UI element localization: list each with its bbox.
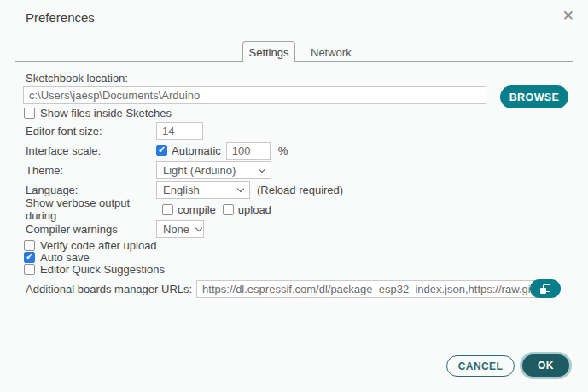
compiler-warnings-row: Compiler warnings None: [26, 219, 571, 238]
autosave-checkbox[interactable]: [24, 252, 35, 263]
browse-button[interactable]: BROWSE: [500, 85, 568, 108]
sketchbook-label: Sketchbook location:: [26, 72, 128, 85]
autosave-row: Auto save: [24, 251, 90, 263]
sketchbook-label-row: Sketchbook location:: [26, 68, 571, 87]
interface-scale-input[interactable]: [226, 142, 271, 160]
chevron-down-icon: [237, 184, 244, 191]
theme-select[interactable]: Light (Arduino): [156, 161, 271, 179]
interface-scale-label: Interface scale:: [26, 144, 156, 157]
show-files-label: Show files inside Sketches: [40, 107, 172, 120]
verify-checkbox[interactable]: [24, 240, 35, 251]
chevron-down-icon: [195, 224, 202, 231]
sketchbook-location-input[interactable]: [23, 86, 486, 104]
compiler-warnings-value: None: [163, 223, 189, 236]
verify-row: Verify code after upload: [24, 239, 157, 251]
ok-button-label: OK: [538, 360, 554, 372]
verbose-compile-checkbox[interactable]: [162, 204, 173, 215]
verbose-row: Show verbose output during compile uploa…: [26, 200, 571, 219]
dialog-title: Preferences: [26, 10, 95, 25]
font-size-input[interactable]: [156, 122, 203, 140]
boards-urls-row: Additional boards manager URLs:: [26, 280, 543, 298]
quick-suggestions-row: Editor Quick Suggestions: [24, 263, 165, 275]
overlapping-windows-icon: [540, 284, 550, 294]
close-icon[interactable]: ✕: [562, 8, 574, 25]
cancel-button[interactable]: CANCEL: [446, 355, 515, 377]
tab-network-label: Network: [311, 46, 352, 59]
interface-scale-auto-checkbox[interactable]: [156, 145, 167, 156]
verbose-label: Show verbose output during: [26, 196, 156, 222]
boards-urls-label: Additional boards manager URLs:: [26, 283, 192, 295]
theme-select-value: Light (Arduino): [163, 164, 236, 177]
boards-urls-edit-button[interactable]: [530, 279, 561, 298]
theme-row: Theme: Light (Arduino): [26, 161, 571, 179]
compiler-warnings-label: Compiler warnings: [26, 223, 156, 236]
boards-urls-input[interactable]: [196, 280, 543, 298]
verbose-compile-label: compile: [178, 203, 216, 216]
interface-scale-row: Interface scale: Automatic %: [26, 141, 571, 160]
tab-settings[interactable]: Settings: [242, 41, 295, 62]
language-select-value: English: [163, 184, 200, 196]
language-select[interactable]: English: [156, 181, 250, 199]
language-note: (Reload required): [257, 184, 343, 196]
font-size-row: Editor font size:: [26, 121, 571, 140]
interface-scale-auto-label: Automatic: [172, 144, 221, 157]
font-size-label: Editor font size:: [26, 125, 156, 137]
preferences-dialog: Preferences ✕ Settings Network Sketchboo…: [0, 0, 588, 392]
language-label: Language:: [26, 184, 156, 196]
browse-button-label: BROWSE: [509, 91, 560, 103]
tab-settings-label: Settings: [249, 46, 289, 59]
quick-suggestions-checkbox[interactable]: [24, 264, 35, 275]
verbose-upload-label: upload: [238, 203, 271, 216]
autosave-label: Auto save: [40, 251, 90, 264]
theme-label: Theme:: [26, 164, 156, 177]
verbose-upload-checkbox[interactable]: [223, 204, 234, 215]
tab-network[interactable]: Network: [300, 42, 362, 62]
cancel-button-label: CANCEL: [458, 360, 503, 372]
show-files-checkbox[interactable]: [24, 108, 35, 119]
quick-suggestions-label: Editor Quick Suggestions: [40, 263, 165, 276]
show-files-row: Show files inside Sketches: [24, 107, 172, 119]
verify-label: Verify code after upload: [40, 239, 157, 252]
ok-button[interactable]: OK: [522, 354, 569, 377]
chevron-down-icon: [259, 165, 265, 172]
compiler-warnings-select[interactable]: None: [156, 220, 204, 238]
interface-scale-unit: %: [278, 144, 288, 157]
